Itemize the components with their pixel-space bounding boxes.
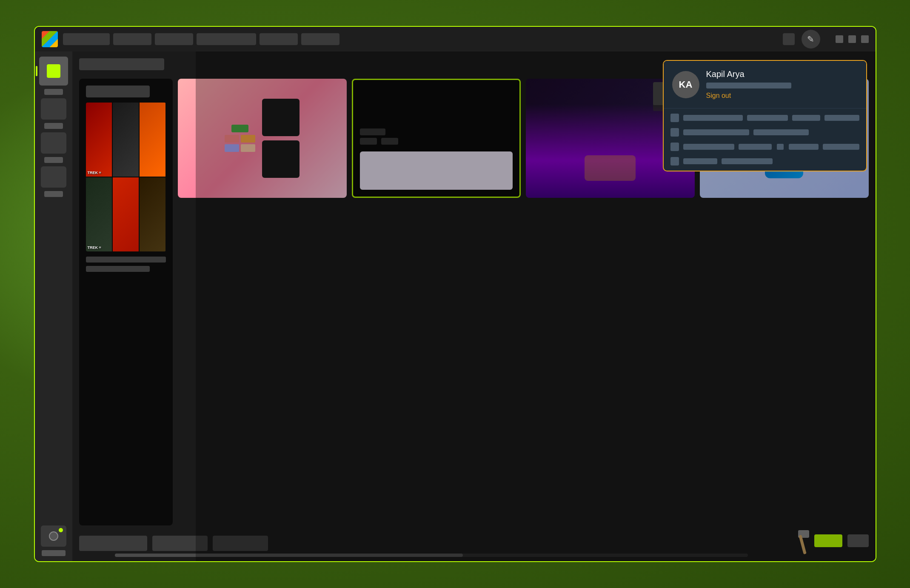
- wishlist-icon: [670, 128, 679, 137]
- tab-home[interactable]: [63, 33, 110, 45]
- microsoft-store-logo: [42, 31, 58, 47]
- sign-out-button[interactable]: Sign out: [706, 92, 858, 100]
- trek-label-2: TREK =: [88, 245, 101, 250]
- left-panel-title: [86, 86, 150, 97]
- anime-thumb-6: [140, 177, 165, 251]
- menu-item-settings[interactable]: [670, 143, 859, 151]
- downloads-icon: [670, 114, 679, 122]
- close-button[interactable]: [861, 35, 869, 43]
- settings-label-4: [823, 144, 859, 150]
- more-icon: [48, 172, 59, 182]
- sidebar-label-3: [44, 157, 63, 163]
- main-content: TREK = TREK =: [35, 51, 876, 561]
- anime-thumb-5: [113, 177, 139, 251]
- anime-thumb-4: TREK =: [86, 177, 112, 251]
- games-icon: [48, 138, 59, 148]
- profile-button[interactable]: ✎: [802, 30, 820, 49]
- settings-menu-icon: [670, 143, 679, 151]
- avatar-initials: KA: [679, 79, 693, 90]
- anime-thumb-3: [140, 103, 165, 177]
- sidebar-label-4: [44, 191, 63, 197]
- profile-menu: [664, 108, 866, 171]
- sidebar-item-notifications[interactable]: [41, 525, 66, 547]
- content-area: TREK = TREK =: [72, 51, 876, 561]
- profile-name: Kapil Arya: [706, 69, 858, 79]
- settings-label-3: [789, 144, 819, 150]
- profile-info: Kapil Arya Sign out: [706, 69, 858, 100]
- tab-more[interactable]: [301, 33, 339, 45]
- notification-icon: [49, 531, 58, 541]
- notification-dot: [59, 528, 63, 532]
- trek-label-1: TREK =: [88, 171, 101, 175]
- search-button[interactable]: [783, 33, 795, 45]
- settings-label-2: [739, 144, 772, 150]
- bottom-btn-1[interactable]: [79, 536, 147, 551]
- person-icon: ✎: [807, 34, 814, 44]
- tab-bar: [63, 33, 778, 45]
- tab-deals[interactable]: [260, 33, 298, 45]
- redeem-label: [683, 158, 717, 164]
- window-controls: [836, 35, 869, 43]
- settings-icon-extra: [777, 144, 784, 150]
- title-bar-right: ✎: [783, 30, 869, 49]
- sidebar-item-more[interactable]: [41, 166, 66, 188]
- redeem-icon: [670, 157, 679, 166]
- active-indicator: [36, 66, 37, 76]
- left-panel-btn1[interactable]: [86, 257, 166, 263]
- section-title: [79, 58, 164, 70]
- profile-email: [706, 83, 791, 88]
- profile-dropdown-overlay: KA Kapil Arya Sign out: [196, 51, 876, 561]
- sidebar-label-bottom: [42, 550, 66, 556]
- anime-thumbnails: TREK = TREK =: [86, 103, 166, 251]
- anime-thumb-2: [113, 103, 139, 177]
- minimize-button[interactable]: [836, 35, 843, 43]
- title-bar: ✎: [35, 27, 876, 51]
- sidebar-item-games[interactable]: [41, 132, 66, 154]
- settings-label: [683, 144, 735, 150]
- profile-popup: KA Kapil Arya Sign out: [663, 60, 867, 171]
- wishlist-label: [683, 129, 749, 135]
- sidebar-item-apps[interactable]: [41, 98, 66, 120]
- sidebar-label-1: [44, 89, 63, 95]
- apps-icon: [48, 104, 59, 114]
- app-window: ✎: [34, 26, 876, 562]
- left-panel-actions: [86, 257, 166, 272]
- home-icon: [47, 64, 60, 78]
- maximize-button[interactable]: [848, 35, 856, 43]
- downloads-label-3: [792, 115, 820, 121]
- downloads-label-4: [824, 115, 859, 121]
- tab-games[interactable]: [155, 33, 193, 45]
- profile-header: KA Kapil Arya Sign out: [664, 61, 866, 108]
- left-panel: TREK = TREK =: [79, 79, 173, 525]
- profile-avatar: KA: [672, 71, 699, 98]
- tab-entertainment[interactable]: [197, 33, 256, 45]
- downloads-label: [683, 115, 743, 121]
- wishlist-label-2: [753, 129, 809, 135]
- anime-thumb-1: TREK =: [86, 103, 112, 177]
- left-panel-btn2[interactable]: [86, 266, 150, 272]
- menu-item-wishlist[interactable]: [670, 128, 859, 137]
- menu-item-redeem[interactable]: [670, 157, 859, 166]
- sidebar: [35, 51, 72, 561]
- sidebar-item-home[interactable]: [39, 57, 68, 86]
- tab-apps[interactable]: [113, 33, 151, 45]
- menu-item-downloads[interactable]: [670, 114, 859, 122]
- redeem-label-2: [722, 158, 773, 164]
- sidebar-label-2: [44, 123, 63, 129]
- downloads-label-2: [747, 115, 788, 121]
